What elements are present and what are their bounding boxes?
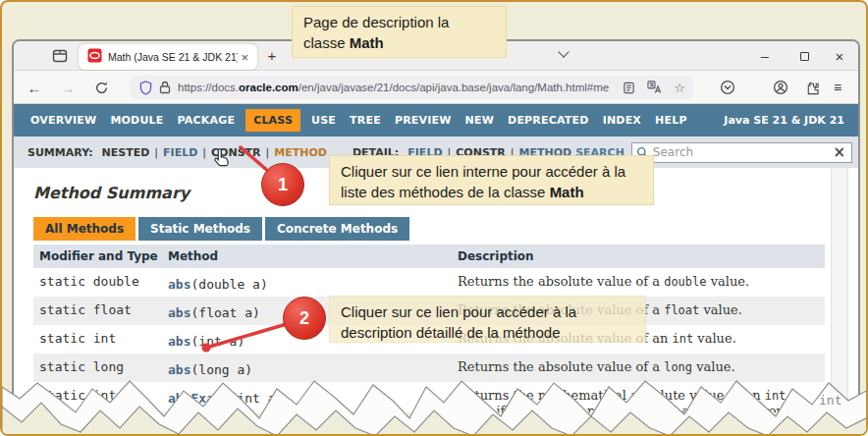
- tab-all-methods[interactable]: All Methods: [33, 217, 136, 241]
- subnav-method-link[interactable]: METHOD: [274, 146, 327, 159]
- nav-deprecated[interactable]: DEPRECATED: [501, 114, 596, 127]
- nav-preview[interactable]: PREVIEW: [388, 114, 459, 127]
- torn-text-fragment: int: [819, 393, 841, 408]
- browser-tab[interactable]: Math (Java SE 21 & JDK 21) ×: [79, 44, 257, 70]
- step-badge-1: 1: [261, 163, 304, 206]
- nav-tree[interactable]: TREE: [343, 114, 388, 127]
- method-link[interactable]: abs: [168, 334, 190, 349]
- maximize-button[interactable]: [791, 44, 817, 68]
- annotated-screenshot: Page de description la classe Math Math …: [0, 0, 868, 436]
- note-1: Cliquer sur ce lien interne pour accéder…: [329, 155, 654, 205]
- forward-button[interactable]: →: [55, 75, 81, 100]
- new-tab-button[interactable]: +: [261, 45, 283, 67]
- close-window-button[interactable]: ×: [827, 44, 852, 68]
- lock-icon[interactable]: [159, 81, 171, 94]
- url-text: https://docs.oracle.com/en/java/javase/2…: [178, 82, 611, 93]
- nav-package[interactable]: PACKAGE: [171, 114, 243, 127]
- reader-view-icon[interactable]: [623, 82, 635, 94]
- list-tabs-chevron-icon[interactable]: [560, 46, 581, 68]
- search-input[interactable]: [653, 145, 832, 159]
- subnav-field-link[interactable]: FIELD: [163, 146, 197, 159]
- hand-cursor-icon: [210, 146, 236, 176]
- nav-index[interactable]: INDEX: [596, 114, 648, 127]
- minimize-button[interactable]: –: [752, 44, 778, 68]
- method-link[interactable]: abs: [168, 305, 190, 320]
- nav-overview[interactable]: OVERVIEW: [24, 114, 103, 127]
- menu-hamburger-icon[interactable]: ≡: [825, 75, 850, 100]
- search-box[interactable]: ×: [631, 142, 852, 163]
- note-2: Cliquer sur ce lien pour accéder à la de…: [329, 296, 646, 343]
- note-bold-math: Math: [350, 34, 384, 51]
- method-link[interactable]: abs: [168, 277, 190, 292]
- method-filter-tabs: All Methods Static Methods Concrete Meth…: [33, 217, 858, 241]
- note-page-title: Page de description la classe Math: [292, 6, 507, 58]
- java-version-label: Java SE 21 & JDK 21: [724, 114, 848, 127]
- table-row: static double abs(double a) Returns the …: [33, 268, 825, 297]
- nav-new[interactable]: NEW: [459, 114, 501, 127]
- pocket-icon[interactable]: [715, 75, 740, 100]
- nav-class-active[interactable]: CLASS: [245, 109, 300, 132]
- summary-label: SUMMARY:: [27, 146, 93, 159]
- tab-close-icon[interactable]: ×: [238, 50, 251, 65]
- url-domain: oracle.com: [239, 82, 298, 93]
- note-bold-math: Math: [550, 184, 584, 200]
- torn-paper-edge: [2, 373, 868, 436]
- tab-static-methods[interactable]: Static Methods: [138, 217, 262, 241]
- col-header-modifier: Modifier and Type: [33, 245, 162, 268]
- bookmark-star-icon[interactable]: ☆: [674, 81, 685, 95]
- col-header-description: Description: [452, 245, 825, 268]
- url-bar[interactable]: https://docs.oracle.com/en/java/javase/2…: [130, 76, 693, 99]
- tab-concrete-methods[interactable]: Concrete Methods: [265, 217, 409, 241]
- step-badge-2: 2: [283, 297, 326, 340]
- url-toolbar: ← → https://docs.oracle.com/en/java/java…: [14, 71, 858, 104]
- oracle-favicon: [87, 48, 102, 67]
- translate-icon[interactable]: [647, 81, 662, 94]
- extensions-puzzle-icon[interactable]: [799, 75, 825, 100]
- firefox-view-icon[interactable]: [51, 47, 69, 65]
- shield-icon[interactable]: [139, 81, 152, 95]
- tab-title: Math (Java SE 21 & JDK 21): [108, 51, 238, 63]
- subnav-nested: NESTED: [102, 146, 150, 159]
- search-clear-icon[interactable]: ×: [831, 145, 847, 160]
- javadoc-navbar: OVERVIEW MODULE PACKAGE CLASS USE TREE P…: [14, 104, 858, 136]
- maximize-icon: [800, 52, 809, 61]
- col-header-method: Method: [162, 245, 452, 268]
- nav-use[interactable]: USE: [304, 114, 343, 127]
- browser-window: Math (Java SE 21 & JDK 21) × + – × ← →: [12, 39, 860, 412]
- back-button[interactable]: ←: [22, 75, 47, 100]
- reload-button[interactable]: [88, 75, 114, 100]
- account-icon[interactable]: [768, 75, 793, 100]
- nav-help[interactable]: HELP: [648, 114, 694, 127]
- table-header-row: Modifier and Type Method Description: [33, 245, 825, 268]
- nav-module[interactable]: MODULE: [103, 114, 170, 127]
